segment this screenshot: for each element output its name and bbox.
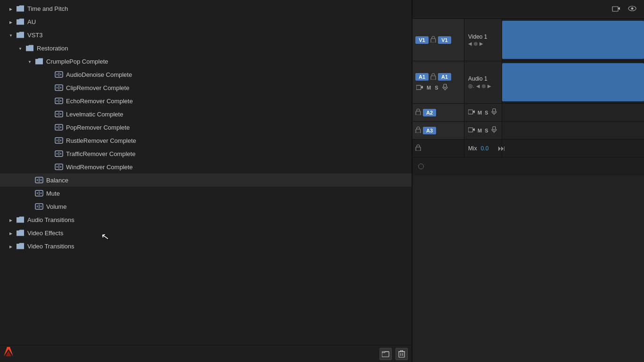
a1-mic-icon[interactable] xyxy=(442,84,448,92)
v1-clip[interactable] xyxy=(502,21,644,59)
svg-rect-73 xyxy=(493,126,495,130)
svg-rect-68 xyxy=(493,108,495,112)
tree-item-echoremover[interactable]: EchoRemover Complete xyxy=(0,94,412,107)
a1-nav-left[interactable]: ◀ xyxy=(476,83,480,89)
mix-lock-icon[interactable] xyxy=(415,144,421,152)
svg-rect-70 xyxy=(416,129,421,133)
tree-item-vst3[interactable]: VST3 xyxy=(0,28,412,41)
tree-item-au[interactable]: AU xyxy=(0,15,412,28)
tree-item-restoration[interactable]: Restoration xyxy=(0,41,412,55)
effects-tree: Time and Pitch AU VST3 Restoration xyxy=(0,0,412,345)
v1-clip-area xyxy=(502,19,644,61)
tree-item-levelmatic[interactable]: Levelmatic Complete xyxy=(0,107,412,121)
camera-icon[interactable] xyxy=(612,5,620,13)
adobe-logo xyxy=(4,347,13,358)
a3-lock-icon[interactable] xyxy=(415,126,421,134)
tree-item-video-transitions[interactable]: Video Transitions xyxy=(0,239,412,253)
tree-item-crumplepop[interactable]: CrumplePop Complete xyxy=(0,55,412,68)
chevron-down-icon xyxy=(26,58,33,65)
new-folder-button[interactable] xyxy=(380,348,392,360)
timeline-bottom xyxy=(413,157,644,175)
folder-icon xyxy=(16,243,25,249)
a3-s-button[interactable]: S xyxy=(485,128,488,133)
a1-clip[interactable] xyxy=(502,63,644,101)
chevron-right-icon xyxy=(8,216,14,223)
delete-button[interactable] xyxy=(396,348,408,360)
eye-icon[interactable] xyxy=(628,5,636,13)
tree-item-label: PopRemover Complete xyxy=(66,124,130,131)
a2-m-button[interactable]: M xyxy=(478,110,482,115)
a1-lock-icon[interactable] xyxy=(430,73,436,81)
a3-clip-area xyxy=(502,122,644,139)
a2-camera-icon[interactable] xyxy=(468,109,475,116)
v1-nav: ◀ ▶ xyxy=(468,41,498,46)
v1-nav-right[interactable]: ▶ xyxy=(479,41,483,46)
tree-item-clipremover[interactable]: ClipRemover Complete xyxy=(0,81,412,94)
effects-bottom-toolbar xyxy=(0,345,412,362)
a1-camera-icon[interactable] xyxy=(416,84,423,91)
a2-lock-icon[interactable] xyxy=(415,108,421,116)
a2-clip-area xyxy=(502,104,644,121)
a1-volume-knob[interactable]: ◎. xyxy=(468,83,474,89)
a3-camera-icon[interactable] xyxy=(468,127,475,134)
mix-label-area: Mix 0.0 ⏭ xyxy=(464,140,502,157)
chevron-down-icon xyxy=(8,32,14,38)
plugin-icon xyxy=(55,71,63,78)
chevron-right-icon xyxy=(8,18,14,25)
v1-label-button[interactable]: V1 xyxy=(415,36,429,44)
a2-track-icons: M S xyxy=(468,108,497,116)
v1-lock-icon[interactable] xyxy=(430,36,436,44)
tree-item-trafficremover[interactable]: TrafficRemover Complete xyxy=(0,147,412,160)
mix-label: Mix xyxy=(468,145,477,152)
chevron-down-icon xyxy=(17,45,24,51)
v1-nav-left[interactable]: ◀ xyxy=(468,41,472,46)
svg-rect-66 xyxy=(468,110,473,114)
svg-marker-62 xyxy=(421,86,423,89)
svg-marker-72 xyxy=(473,128,475,131)
tree-item-label: Levelmatic Complete xyxy=(66,111,123,118)
svg-rect-45 xyxy=(399,352,405,357)
tree-item-balance[interactable]: Balance xyxy=(0,173,412,187)
a2-mic-icon[interactable] xyxy=(491,108,497,116)
tree-item-windremover[interactable]: WindRemover Complete xyxy=(0,160,412,173)
svg-marker-67 xyxy=(473,110,475,113)
tree-item-label: WindRemover Complete xyxy=(66,164,133,171)
a2-name-area: M S xyxy=(464,104,502,121)
svg-rect-59 xyxy=(431,39,436,42)
a3-label-button[interactable]: A3 xyxy=(423,127,436,134)
tree-item-label: TrafficRemover Complete xyxy=(66,150,135,157)
tree-item-time-pitch[interactable]: Time and Pitch xyxy=(0,2,412,15)
tree-item-label: Video Effects xyxy=(27,230,63,237)
tree-item-popremover[interactable]: PopRemover Complete xyxy=(0,121,412,134)
v1-inner-label[interactable]: V1 xyxy=(438,36,451,44)
mix-end-button[interactable]: ⏭ xyxy=(492,144,511,153)
mix-value: 0.0 xyxy=(481,145,489,152)
a3-m-button[interactable]: M xyxy=(478,128,482,133)
a1-inner-label[interactable]: A1 xyxy=(438,73,451,81)
a1-nav-right[interactable]: ▶ xyxy=(487,83,491,89)
tree-item-label: ClipRemover Complete xyxy=(66,84,129,91)
a1-nav: ◎. ◀ ▶ xyxy=(468,83,498,89)
plugin-icon xyxy=(55,137,63,144)
a2-label-button[interactable]: A2 xyxy=(423,109,436,116)
tree-item-label: AudioDenoise Complete xyxy=(66,71,132,78)
tree-item-video-effects[interactable]: Video Effects xyxy=(0,226,412,239)
a2-s-button[interactable]: S xyxy=(485,110,488,115)
tree-item-rustleremover[interactable]: RustleRemover Complete xyxy=(0,134,412,147)
svg-rect-61 xyxy=(416,85,421,90)
a3-mic-icon[interactable] xyxy=(491,126,497,134)
a1-clip-area xyxy=(502,61,644,103)
v1-nav-dot xyxy=(474,42,478,46)
tree-item-audio-transitions[interactable]: Audio Transitions xyxy=(0,213,412,226)
track-row-a1: A1 A1 M S xyxy=(413,61,644,104)
plugin-icon xyxy=(35,177,43,183)
tree-item-volume[interactable]: Volume xyxy=(0,200,412,213)
a1-m-button[interactable]: M xyxy=(427,85,431,90)
a1-s-button[interactable]: S xyxy=(435,85,438,90)
tree-item-audiodenoise[interactable]: AudioDenoise Complete xyxy=(0,68,412,81)
tree-item-mute[interactable]: Mute xyxy=(0,187,412,200)
chevron-right-icon xyxy=(8,243,14,249)
tree-item-label: EchoRemover Complete xyxy=(66,98,133,105)
a1-label-button[interactable]: A1 xyxy=(415,73,429,81)
folder-icon xyxy=(25,45,34,51)
